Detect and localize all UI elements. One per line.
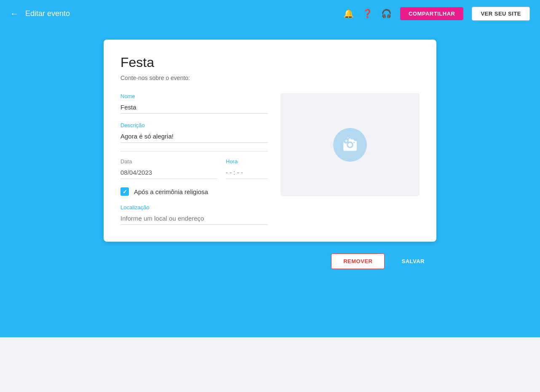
- date-time-row: Data Hora: [120, 158, 268, 179]
- checkmark-icon: ✓: [123, 189, 127, 195]
- navbar-title: Editar evento: [25, 9, 337, 18]
- descricao-value[interactable]: Agora é só alegria!: [120, 130, 268, 143]
- checkbox-row: ✓ Após a cerimônia religiosa: [120, 187, 268, 196]
- form-left: Nome Festa Descrição Agora é só alegria!…: [120, 93, 268, 225]
- form-right: +: [281, 93, 420, 225]
- main-content: Festa Conte-nos sobre o evento: Nome Fes…: [0, 27, 540, 337]
- time-field: Hora: [226, 158, 268, 179]
- event-card: Festa Conte-nos sobre o evento: Nome Fes…: [104, 40, 436, 242]
- navbar: ← Editar evento 🔔 ❓ 🎧 COMPARTILHAR VER S…: [0, 0, 540, 27]
- ver-site-button[interactable]: VER SEU SITE: [472, 7, 530, 21]
- help-icon[interactable]: ❓: [362, 8, 373, 19]
- date-field: Data: [120, 158, 217, 179]
- camera-circle: +: [333, 128, 367, 162]
- data-input[interactable]: [120, 166, 217, 179]
- hora-label: Hora: [226, 158, 268, 165]
- camera-icon: +: [342, 137, 358, 153]
- checkbox-label: Após a cerimônia religiosa: [134, 188, 208, 195]
- support-icon[interactable]: 🎧: [381, 8, 392, 19]
- descricao-label: Descrição: [120, 122, 268, 128]
- data-label: Data: [120, 158, 217, 165]
- actions-row: REMOVER SALVAR: [104, 253, 436, 269]
- card-subtitle: Conte-nos sobre o evento:: [120, 75, 420, 81]
- hora-input[interactable]: [226, 166, 268, 179]
- divider: [120, 151, 268, 152]
- checkbox-apos-cerimonia[interactable]: ✓: [120, 187, 129, 196]
- nome-value[interactable]: Festa: [120, 101, 268, 114]
- localizacao-label: Localização: [120, 204, 268, 211]
- navbar-icons: 🔔 ❓ 🎧 COMPARTILHAR VER SEU SITE: [343, 7, 530, 21]
- remover-button[interactable]: REMOVER: [331, 253, 385, 269]
- compartilhar-button[interactable]: COMPARTILHAR: [400, 7, 463, 20]
- notification-icon[interactable]: 🔔: [343, 8, 354, 19]
- image-upload-area[interactable]: +: [281, 93, 420, 196]
- salvar-button[interactable]: SALVAR: [390, 253, 436, 269]
- svg-text:+: +: [345, 138, 348, 144]
- card-title: Festa: [120, 55, 420, 70]
- form-layout: Nome Festa Descrição Agora é só alegria!…: [120, 93, 420, 225]
- nome-label: Nome: [120, 93, 268, 99]
- localizacao-input[interactable]: [120, 212, 268, 225]
- back-button[interactable]: ←: [10, 9, 19, 19]
- bottom-background: [0, 337, 540, 392]
